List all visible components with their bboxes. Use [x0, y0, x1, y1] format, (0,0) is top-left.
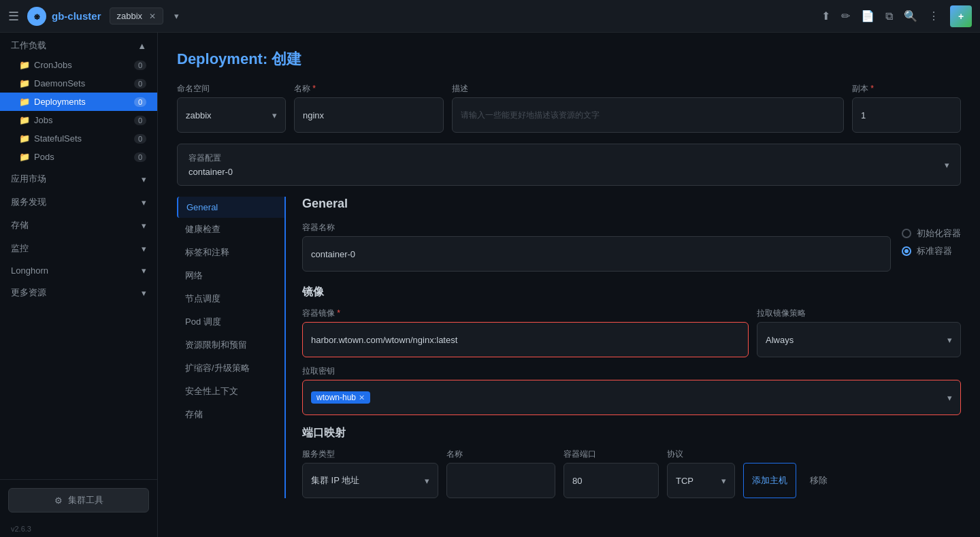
longhorn-header[interactable]: Longhorn ▾ — [0, 259, 157, 280]
container-config-label: 容器配置 — [189, 152, 233, 164]
monitoring-chevron-icon: ▾ — [142, 244, 146, 254]
tab-zabbix[interactable]: zabbix ✕ — [110, 7, 164, 25]
tab-dropdown-icon[interactable]: ▾ — [172, 8, 182, 24]
sidenav-item-pod-schedule[interactable]: Pod 调度 — [177, 310, 284, 333]
service-type-chevron-icon: ▾ — [425, 476, 429, 486]
sidenav-item-scaling[interactable]: 扩缩容/升级策略 — [177, 357, 284, 380]
pull-policy-chevron-icon: ▾ — [947, 335, 952, 345]
app-market-header[interactable]: 应用市场 ▾ — [0, 166, 157, 189]
page-title-action: 创建 — [272, 50, 301, 67]
sidebar-daemonsets-label: DaemonSets — [34, 78, 85, 88]
protocol-chevron-icon: ▾ — [721, 476, 726, 486]
sidebar-jobs-label: Jobs — [34, 115, 52, 125]
image-input[interactable]: harbor.wtown.com/wtown/nginx:latest — [302, 322, 749, 357]
pull-secret-field: 拉取密钥 wtown-hub ✕ ▾ — [302, 365, 961, 415]
sidebar-daemonsets-count: 0 — [134, 79, 146, 88]
folder-icon-pods: 📁 — [19, 152, 30, 162]
layout: 工作负载 ▲ 📁 CronJobs 0 📁 DaemonSets 0 📁 — [0, 33, 980, 537]
namespace-value: zabbix — [186, 110, 212, 120]
copy-icon[interactable]: ⧉ — [885, 10, 893, 22]
container-name-input[interactable]: container-0 — [302, 236, 891, 272]
sidenav-item-labels[interactable]: 标签和注释 — [177, 241, 284, 264]
pull-policy-input[interactable]: Always ▾ — [757, 322, 961, 357]
sidebar-statefulsets-label: StatefulSets — [34, 133, 82, 144]
tab-close-icon[interactable]: ✕ — [149, 12, 156, 21]
sidebar-statefulsets-count: 0 — [134, 134, 146, 144]
desc-field: 描述 请输入一些能更好地描述该资源的文字 — [452, 83, 844, 133]
sidebar-item-deployments[interactable]: 📁 Deployments 0 — [0, 93, 157, 111]
service-type-input[interactable]: 集群 IP 地址 ▾ — [302, 463, 438, 498]
remove-button[interactable]: 移除 — [804, 463, 833, 498]
sidebar-item-pods[interactable]: 📁 Pods 0 — [0, 148, 157, 166]
sidenav-item-network[interactable]: 网络 — [177, 264, 284, 287]
more-resources-chevron-icon: ▾ — [142, 288, 146, 298]
folder-icon-ss: 📁 — [19, 133, 30, 144]
namespace-input[interactable]: zabbix ▾ — [177, 97, 286, 133]
sidenav-item-security[interactable]: 安全性上下文 — [177, 380, 284, 403]
service-discovery-label: 服务发现 — [11, 196, 46, 208]
pull-secret-input[interactable]: wtown-hub ✕ ▾ — [302, 380, 961, 415]
image-required: * — [337, 308, 340, 318]
page-title-prefix: Deployment: — [177, 50, 267, 67]
sidenav-item-resource-limit[interactable]: 资源限制和预留 — [177, 333, 284, 357]
more-icon[interactable]: ⋮ — [928, 10, 939, 22]
user-avatar[interactable]: + — [950, 5, 972, 27]
port-section-title: 端口映射 — [302, 426, 961, 440]
sidebar-item-jobs[interactable]: 📁 Jobs 0 — [0, 111, 157, 129]
name-input[interactable]: nginx — [294, 97, 444, 133]
replicas-input[interactable]: 1 — [852, 97, 961, 133]
sidebar-item-daemonsets[interactable]: 📁 DaemonSets 0 — [0, 74, 157, 93]
brand-name: gb-cluster — [52, 10, 101, 22]
workload-chevron-icon: ▲ — [137, 41, 146, 51]
cluster-tools-button[interactable]: ⚙ 集群工具 — [8, 488, 149, 512]
container-port-input[interactable]: 80 — [564, 463, 659, 498]
add-host-button[interactable]: 添加主机 — [743, 463, 796, 498]
replicas-required: * — [870, 84, 874, 93]
workload-group-header[interactable]: 工作负载 ▲ — [0, 33, 157, 56]
name-label: 名称 * — [294, 83, 444, 95]
sidebar-item-cronjobs[interactable]: 📁 CronJobs 0 — [0, 56, 157, 74]
more-resources-header[interactable]: 更多资源 ▾ — [0, 280, 157, 303]
sidenav-item-storage[interactable]: 存储 — [177, 403, 284, 426]
port-name-field: 名称 — [446, 449, 555, 498]
pull-secret-tag-close-icon[interactable]: ✕ — [359, 393, 365, 402]
file-icon[interactable]: 📄 — [861, 10, 875, 22]
storage-label: 存储 — [11, 219, 29, 231]
sidenav-item-general[interactable]: General — [177, 197, 284, 218]
sidenav-item-node-schedule[interactable]: 节点调度 — [177, 287, 284, 310]
container-config-selector[interactable]: 容器配置 container-0 ▾ — [177, 144, 961, 186]
sidebar-item-statefulsets[interactable]: 📁 StatefulSets 0 — [0, 129, 157, 148]
radio-standard-container[interactable]: 标准容器 — [902, 245, 961, 257]
name-value: nginx — [303, 110, 324, 120]
container-name-label: 容器名称 — [302, 222, 891, 233]
content-sidenav: General 健康检查 标签和注释 网络 节点调度 Pod 调度 — [177, 197, 286, 498]
protocol-value: TCP — [676, 476, 693, 486]
gear-icon: ⚙ — [54, 495, 63, 506]
desc-input[interactable]: 请输入一些能更好地描述该资源的文字 — [452, 97, 844, 133]
namespace-field: 命名空间 zabbix ▾ — [177, 83, 286, 133]
protocol-input[interactable]: TCP ▾ — [667, 463, 735, 498]
folder-icon-dep: 📁 — [19, 97, 30, 107]
service-discovery-header[interactable]: 服务发现 ▾ — [0, 189, 157, 212]
sidenav-item-health-check[interactable]: 健康检查 — [177, 218, 284, 241]
pull-secret-row: 拉取密钥 wtown-hub ✕ ▾ — [302, 365, 961, 415]
desc-placeholder: 请输入一些能更好地描述该资源的文字 — [461, 110, 600, 121]
edit-icon[interactable]: ✏ — [841, 10, 850, 22]
sidebar-pods-label: Pods — [34, 152, 54, 162]
image-field: 容器镜像 * harbor.wtown.com/wtown/nginx:late… — [302, 308, 749, 357]
radio-circle-standard — [902, 246, 911, 256]
radio-init-container[interactable]: 初始化容器 — [902, 227, 961, 240]
search-icon[interactable]: 🔍 — [904, 10, 917, 22]
monitoring-label: 监控 — [11, 242, 29, 255]
pull-secret-tag: wtown-hub ✕ — [311, 391, 370, 404]
hamburger-icon[interactable]: ☰ — [8, 9, 19, 24]
longhorn-label: Longhorn — [11, 265, 48, 276]
sidebar-pods-count: 0 — [134, 152, 146, 162]
container-name-value: container-0 — [311, 249, 355, 259]
port-name-input[interactable] — [446, 463, 555, 498]
pull-secret-tag-value: wtown-hub — [316, 393, 356, 402]
storage-header[interactable]: 存储 ▾ — [0, 212, 157, 235]
workload-section: 工作负载 ▲ 📁 CronJobs 0 📁 DaemonSets 0 📁 — [0, 33, 157, 166]
monitoring-header[interactable]: 监控 ▾ — [0, 235, 157, 259]
upload-icon[interactable]: ⬆ — [821, 10, 830, 22]
